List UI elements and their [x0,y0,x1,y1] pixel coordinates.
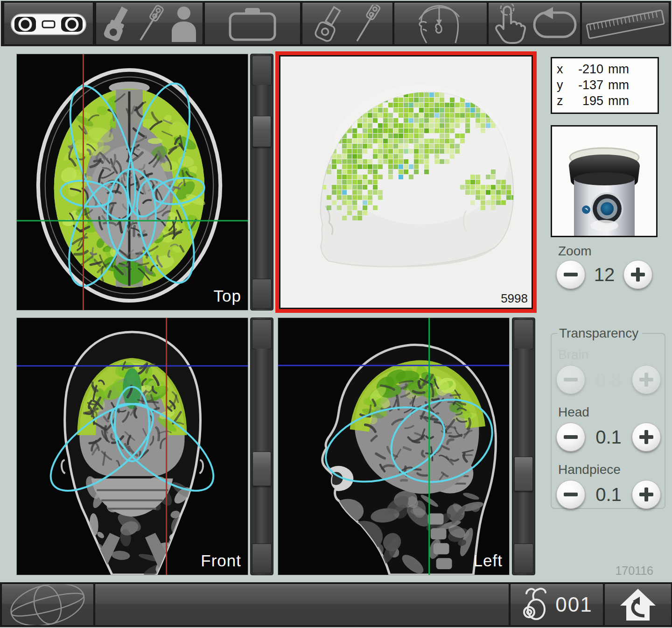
coronal-front-view[interactable]: Front [16,318,248,575]
scroll-thumb[interactable] [514,457,533,491]
zoom-label: Zoom [558,244,592,259]
coronal-mri-image [17,318,248,575]
head-3d-view-active[interactable]: 5998 [275,51,537,313]
handpiece-preview [551,125,658,237]
scroll-thumb[interactable] [252,116,271,148]
sagittal-mri-image [278,318,509,575]
ellipsoid-icon [6,584,90,625]
message-bar [95,584,509,626]
zoom-decrease-button[interactable] [556,260,585,289]
axial-top-view[interactable]: Top [16,54,248,310]
view-label-front: Front [201,551,241,570]
scroll-track[interactable] [517,349,531,544]
tracker-camera-icon [10,10,87,38]
axial-slice-scrollbar[interactable] [250,54,273,310]
zoom-value: 12 [585,264,623,285]
coil-icon [101,5,132,43]
brain-transparency-value: 0.8 [585,369,632,390]
head-transparency-decrease-button[interactable] [556,423,585,452]
status-code: 170116 [602,564,653,578]
head-registration-button[interactable] [394,2,487,45]
handpiece-label: Handpiece [558,462,661,477]
head-3d-canvas[interactable]: 5998 [279,55,533,309]
scroll-thumb[interactable] [252,452,271,486]
handpiece-camera-image [552,127,656,236]
head-transparency-increase-button[interactable] [632,423,661,452]
sagittal-left-view[interactable]: Left [278,318,510,575]
stimulation-count: 5998 [501,291,528,306]
head-3d-render [280,56,532,308]
coordinate-x-row: x -210 mm [557,61,658,77]
head-transparency-value: 0.1 [585,427,632,448]
brain-transparency-decrease-button[interactable] [556,365,585,394]
transparency-title: Transparency [557,326,642,341]
sagittal-slice-scrollbar[interactable] [512,318,535,575]
scroll-down-cap[interactable] [252,543,272,573]
head-label: Head [558,405,661,420]
ellipsoid-model-button[interactable] [1,584,94,626]
transparency-group: Transparency Brain 0.8 Head 0.1 Handpiec… [551,326,665,509]
axial-mri-image [17,54,248,310]
brain-transparency-increase-button[interactable] [632,365,661,394]
ruler-icon [583,5,667,42]
handpiece-transparency-increase-button[interactable] [632,480,661,509]
view-label-top: Top [214,287,241,305]
coil-outline-icon [313,5,343,43]
brain-label: Brain [558,347,661,362]
scroll-down-cap[interactable] [514,543,533,573]
application-window: Top 5998 [0,0,672,628]
transparency-row-handpiece: Handpiece 0.1 [556,462,661,509]
coordinate-z-row: z 195 mm [557,93,658,109]
handpiece-transparency-value: 0.1 [585,484,632,505]
undo-icon[interactable] [531,5,579,42]
stylus-outline-icon [353,5,382,43]
transparency-row-brain: Brain 0.8 [556,347,661,394]
touch-hand-icon[interactable] [490,4,530,44]
view-label-left: Left [474,551,503,570]
case-icon [224,5,280,42]
coordinate-y-row: y -137 mm [557,77,658,93]
tools-button[interactable] [302,2,393,45]
patient-id: 001 [555,593,592,616]
scroll-track[interactable] [255,349,269,544]
coordinate-readout: x -210 mm y -137 mm z 195 mm [551,57,659,114]
scroll-up-cap[interactable] [514,319,533,349]
touch-undo-button[interactable] [488,2,581,45]
main-toolbar [1,1,671,46]
scroll-track[interactable] [255,85,269,279]
handpiece-transparency-decrease-button[interactable] [556,480,585,509]
home-button[interactable] [604,584,672,626]
scroll-down-cap[interactable] [252,279,272,309]
home-icon [618,587,658,622]
ruler-button[interactable] [581,2,669,45]
zoom-increase-button[interactable] [623,260,652,289]
scroll-up-cap[interactable] [252,319,272,349]
stethoscope-icon [521,587,547,622]
patient-button[interactable]: 001 [510,584,603,626]
coronal-slice-scrollbar[interactable] [250,318,273,575]
head-profile-icon [413,4,469,44]
case-button[interactable] [204,2,301,45]
scroll-up-cap[interactable] [252,56,272,85]
footer-bar: 001 [0,582,672,627]
zoom-stepper: 12 [556,260,652,289]
coil-stylus-patient-button[interactable] [96,2,203,45]
tracker-camera-button[interactable] [4,2,93,45]
patient-icon [169,5,198,43]
transparency-row-head: Head 0.1 [556,405,661,452]
stylus-icon [136,5,165,43]
